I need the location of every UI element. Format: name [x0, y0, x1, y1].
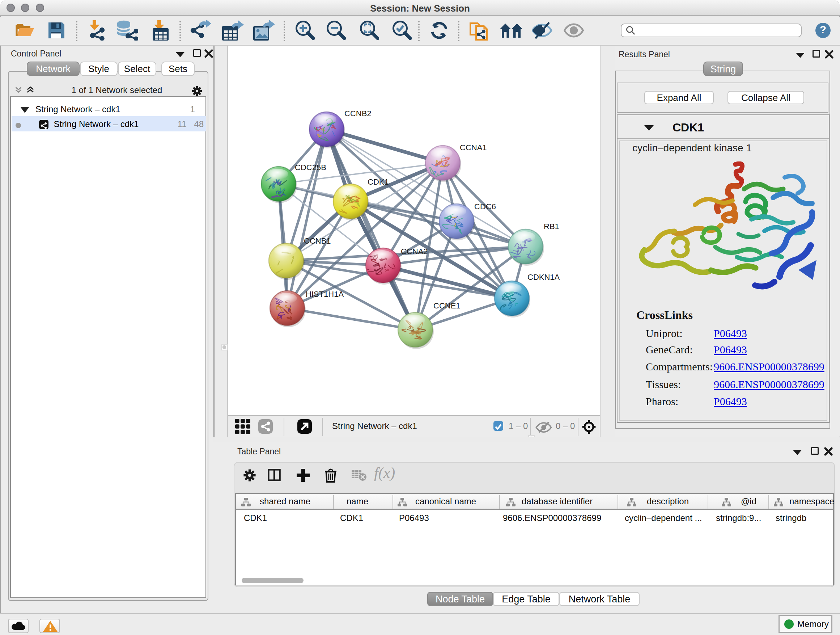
svg-text:CDKN1A: CDKN1A — [527, 272, 560, 282]
svg-text:CCNB1: CCNB1 — [304, 236, 331, 245]
svg-text:CDK1: CDK1 — [368, 177, 389, 187]
svg-text:CDC25B: CDC25B — [295, 163, 326, 172]
svg-text:CDC6: CDC6 — [474, 202, 496, 211]
svg-text:CCNB2: CCNB2 — [344, 109, 371, 118]
svg-text:HIST1H1A: HIST1H1A — [306, 290, 344, 299]
svg-text:CCNA1: CCNA1 — [460, 143, 487, 152]
svg-text:RB1: RB1 — [544, 222, 559, 231]
svg-text:CCNE1: CCNE1 — [433, 301, 461, 310]
svg-text:CCNA2: CCNA2 — [401, 247, 428, 256]
